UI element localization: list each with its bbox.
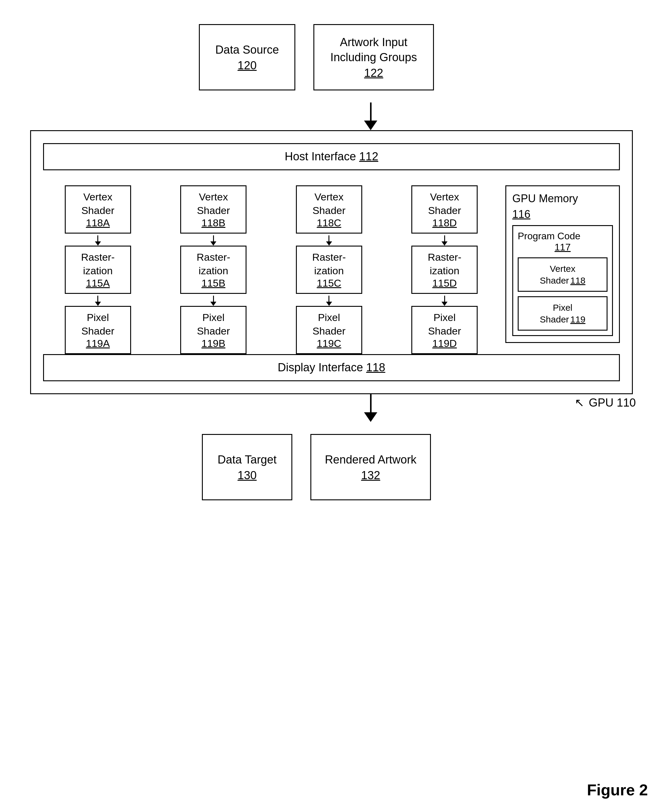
inner-vertex-shader-box: VertexShader 118 bbox=[518, 257, 607, 292]
display-arrow bbox=[108, 394, 633, 422]
bottom-section: Data Target 130 Rendered Artwork 132 bbox=[0, 434, 633, 500]
display-interface-box: Display Interface 118 bbox=[43, 354, 620, 381]
pipelines-and-memory: VertexShader 118A Raster-ization 115A bbox=[43, 185, 620, 354]
gpu-memory-number: 116 bbox=[512, 208, 613, 220]
data-source-label: Data Source bbox=[215, 42, 279, 57]
rasterization-b: Raster-ization 115B bbox=[180, 245, 247, 294]
artwork-input-number: 122 bbox=[364, 67, 383, 80]
arrow-b2 bbox=[210, 294, 216, 306]
arrow-head bbox=[364, 120, 377, 130]
arrow-d2 bbox=[442, 294, 447, 306]
diagram: Data Source 120 Artwork Input Including … bbox=[30, 24, 633, 500]
data-source-box: Data Source 120 bbox=[199, 24, 295, 90]
pixel-shader-a: PixelShader 119A bbox=[65, 306, 131, 354]
gpu-outer-label: ↖ GPU 110 bbox=[575, 396, 636, 409]
pipeline-b: VertexShader 118B Raster-ization 115B bbox=[159, 185, 268, 354]
arrow-line bbox=[370, 102, 372, 120]
top-section: Data Source 120 Artwork Input Including … bbox=[0, 24, 633, 90]
pipelines-group: VertexShader 118A Raster-ization 115A bbox=[43, 185, 499, 354]
rasterization-d: Raster-ization 115D bbox=[411, 245, 478, 294]
vertex-shader-a: VertexShader 118A bbox=[65, 185, 131, 234]
artwork-input-box: Artwork Input Including Groups 122 bbox=[313, 24, 434, 90]
host-interface-box: Host Interface 112 bbox=[43, 143, 620, 170]
gpu-outer: Host Interface 112 VertexShader 118A bbox=[30, 130, 633, 394]
program-code-box: Program Code 117 VertexShader 118 PixelS… bbox=[512, 225, 613, 336]
arrow-c1 bbox=[326, 234, 332, 245]
arrow-c2 bbox=[326, 294, 332, 306]
pipeline-d: VertexShader 118D Raster-ization 115D bbox=[390, 185, 500, 354]
rasterization-c: Raster-ization 115C bbox=[296, 245, 362, 294]
rendered-artwork-box: Rendered Artwork 132 bbox=[310, 434, 431, 500]
inner-pixel-shader-box: PixelShader 119 bbox=[518, 296, 607, 331]
vertex-shader-d: VertexShader 118D bbox=[411, 185, 478, 234]
pixel-shader-b: PixelShader 119B bbox=[180, 306, 247, 354]
gpu-memory-outer: GPU Memory 116 Program Code 117 VertexSh… bbox=[505, 185, 620, 343]
artwork-input-label: Artwork Input Including Groups bbox=[323, 35, 424, 65]
vertex-shader-c: VertexShader 118C bbox=[296, 185, 362, 234]
rasterization-a: Raster-ization 115A bbox=[65, 245, 131, 294]
pixel-shader-d: PixelShader 119D bbox=[411, 306, 478, 354]
arrow-a1 bbox=[95, 234, 101, 245]
pipeline-a: VertexShader 118A Raster-ization 115A bbox=[43, 185, 153, 354]
arrow-d1 bbox=[442, 234, 447, 245]
arrow-b1 bbox=[210, 234, 216, 245]
data-source-number: 120 bbox=[237, 59, 257, 72]
top-arrow bbox=[108, 102, 633, 130]
vertex-shader-b: VertexShader 118B bbox=[180, 185, 247, 234]
pipeline-c: VertexShader 118C Raster-ization 115C bbox=[274, 185, 384, 354]
pixel-shader-c: PixelShader 119C bbox=[296, 306, 362, 354]
figure-label: Figure 2 bbox=[587, 781, 648, 799]
arrow-a2 bbox=[95, 294, 101, 306]
data-target-box: Data Target 130 bbox=[202, 434, 292, 500]
gpu-wrapper: Host Interface 112 VertexShader 118A bbox=[30, 130, 633, 394]
gpu-memory-title-group: GPU Memory 116 bbox=[512, 192, 613, 220]
host-interface-label: Host Interface 112 bbox=[285, 149, 379, 164]
